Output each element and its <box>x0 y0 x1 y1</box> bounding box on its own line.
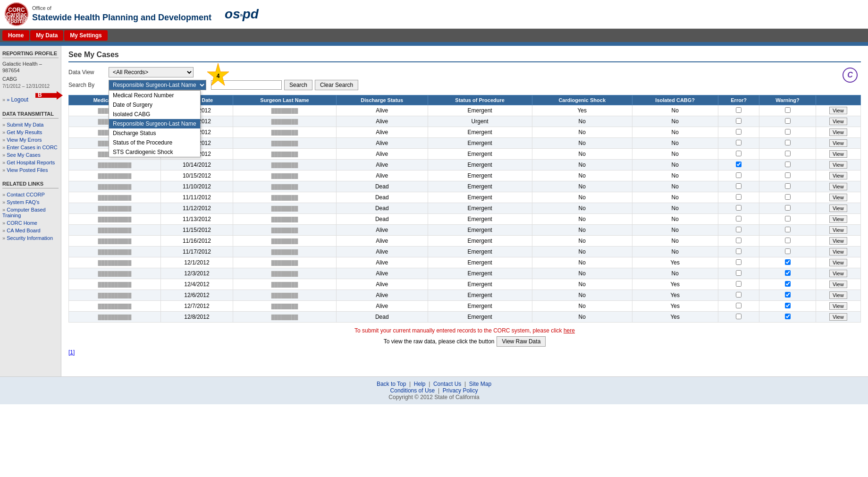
dropdown-status-procedure[interactable]: Status of the Procedure <box>109 138 200 147</box>
view-raw-data-button[interactable]: View Raw Data <box>497 336 546 347</box>
sidebar-get-my-results[interactable]: Get My Results <box>2 128 59 136</box>
warning-checkbox[interactable] <box>785 270 791 276</box>
footer-help[interactable]: Help <box>414 381 426 387</box>
error-checkbox[interactable] <box>736 248 742 254</box>
sidebar-view-my-errors[interactable]: View My Errors <box>2 136 59 144</box>
view-row-button[interactable]: View <box>829 128 847 136</box>
warning-checkbox[interactable] <box>785 314 791 319</box>
sidebar-contact-ccorp[interactable]: Contact CCORP <box>2 191 59 198</box>
view-row-button[interactable]: View <box>829 237 847 245</box>
warning-checkbox[interactable] <box>785 151 791 156</box>
dropdown-discharge-status[interactable]: Discharge Status <box>109 128 200 138</box>
view-row-button[interactable]: View <box>829 248 847 256</box>
warning-checkbox[interactable] <box>785 162 791 167</box>
warning-checkbox[interactable] <box>785 183 791 189</box>
sidebar-ca-med-board[interactable]: CA Med Board <box>2 227 59 234</box>
view-row-button[interactable]: View <box>829 161 847 169</box>
view-row-button[interactable]: View <box>829 139 847 147</box>
data-view-select[interactable]: <All Records> <box>109 67 194 77</box>
error-checkbox[interactable] <box>736 216 742 221</box>
warning-checkbox[interactable] <box>785 303 791 308</box>
warning-checkbox[interactable] <box>785 118 791 124</box>
warning-checkbox[interactable] <box>785 172 791 178</box>
error-checkbox[interactable] <box>736 205 742 211</box>
warning-checkbox[interactable] <box>785 107 791 113</box>
view-row-button[interactable]: View <box>829 313 847 321</box>
sidebar-enter-cases[interactable]: Enter Cases in CORC <box>2 144 59 151</box>
dropdown-sts-cardiogenic[interactable]: STS Cardiogenic Shock <box>109 147 200 157</box>
error-checkbox[interactable] <box>736 140 742 145</box>
view-row-button[interactable]: View <box>829 291 847 299</box>
nav-mysettings-button[interactable]: My Settings <box>64 30 107 41</box>
error-checkbox[interactable] <box>736 172 742 178</box>
error-checkbox[interactable] <box>736 281 742 287</box>
view-row-button[interactable]: View <box>829 226 847 234</box>
warning-checkbox[interactable] <box>785 259 791 265</box>
sidebar-corc-home[interactable]: CORC Home <box>2 219 59 227</box>
nav-home-button[interactable]: Home <box>2 30 29 41</box>
footer-privacy[interactable]: Privacy Policy <box>443 387 478 394</box>
error-checkbox[interactable] <box>736 259 742 265</box>
error-checkbox[interactable] <box>736 118 742 124</box>
view-row-button[interactable]: View <box>829 107 847 114</box>
view-row-button[interactable]: View <box>829 118 847 125</box>
view-row-button[interactable]: View <box>829 302 847 310</box>
warning-checkbox[interactable] <box>785 140 791 145</box>
table-row: ██████████ 12/8/2012 ████████ Dead Emerg… <box>69 312 861 323</box>
error-checkbox[interactable] <box>736 162 742 167</box>
sidebar-see-my-cases[interactable]: See My Cases <box>2 151 59 159</box>
search-button[interactable]: Search <box>284 80 312 90</box>
warning-checkbox[interactable] <box>785 248 791 254</box>
warning-checkbox[interactable] <box>785 281 791 287</box>
dropdown-isolated-cabg[interactable]: Isolated CABG <box>109 110 200 119</box>
warning-checkbox[interactable] <box>785 292 791 298</box>
dropdown-medical-record[interactable]: Medical Record Number <box>109 91 200 100</box>
nav-mydata-button[interactable]: My Data <box>30 30 63 41</box>
sidebar-view-posted-files[interactable]: View Posted Files <box>2 166 59 174</box>
error-checkbox[interactable] <box>736 107 742 113</box>
sidebar-system-faqs[interactable]: System FAQ's <box>2 198 59 206</box>
sidebar-computer-based-training[interactable]: Computer Based Training <box>2 206 59 219</box>
warning-checkbox[interactable] <box>785 205 791 211</box>
error-checkbox[interactable] <box>736 303 742 308</box>
dropdown-date-surgery[interactable]: Date of Surgery <box>109 100 200 110</box>
warning-checkbox[interactable] <box>785 216 791 221</box>
logout-link[interactable]: » Logout <box>2 95 59 104</box>
sidebar-get-hospital-reports[interactable]: Get Hospital Reports <box>2 159 59 166</box>
page-1-link[interactable]: [1] <box>68 349 75 356</box>
error-checkbox[interactable] <box>736 227 742 232</box>
footer-site-map[interactable]: Site Map <box>469 381 491 387</box>
error-checkbox[interactable] <box>736 314 742 319</box>
error-checkbox[interactable] <box>736 270 742 276</box>
here-link[interactable]: here <box>564 327 575 334</box>
error-checkbox[interactable] <box>736 129 742 135</box>
error-checkbox[interactable] <box>736 238 742 243</box>
error-checkbox[interactable] <box>736 194 742 200</box>
warning-checkbox[interactable] <box>785 194 791 200</box>
view-row-button[interactable]: View <box>829 150 847 158</box>
search-input[interactable] <box>211 80 282 90</box>
view-row-button[interactable]: View <box>829 194 847 201</box>
warning-checkbox[interactable] <box>785 227 791 232</box>
search-by-select[interactable]: Medical Record Number Date of Surgery Is… <box>109 80 206 90</box>
warning-checkbox[interactable] <box>785 129 791 135</box>
view-row-button[interactable]: View <box>829 270 847 277</box>
error-checkbox[interactable] <box>736 151 742 156</box>
view-row-button[interactable]: View <box>829 204 847 212</box>
error-checkbox[interactable] <box>736 183 742 189</box>
footer-back-to-top[interactable]: Back to Top <box>377 381 406 387</box>
view-row-button[interactable]: View <box>829 215 847 223</box>
footer-contact-us[interactable]: Contact Us <box>433 381 461 387</box>
dropdown-responsible-surgeon[interactable]: Responsible Surgeon-Last Name <box>109 119 200 128</box>
error-checkbox[interactable] <box>736 292 742 298</box>
warning-checkbox[interactable] <box>785 238 791 243</box>
clear-search-button[interactable]: Clear Search <box>315 80 358 90</box>
view-row-button[interactable]: View <box>829 183 847 190</box>
view-row-button[interactable]: View <box>829 259 847 266</box>
footer-conditions[interactable]: Conditions of Use <box>390 387 435 394</box>
cell-date: 12/7/2012 <box>160 301 233 312</box>
view-row-button[interactable]: View <box>829 172 847 179</box>
sidebar-submit-my-data[interactable]: Submit My Data <box>2 121 59 128</box>
sidebar-security-information[interactable]: Security Information <box>2 234 59 242</box>
view-row-button[interactable]: View <box>829 281 847 288</box>
